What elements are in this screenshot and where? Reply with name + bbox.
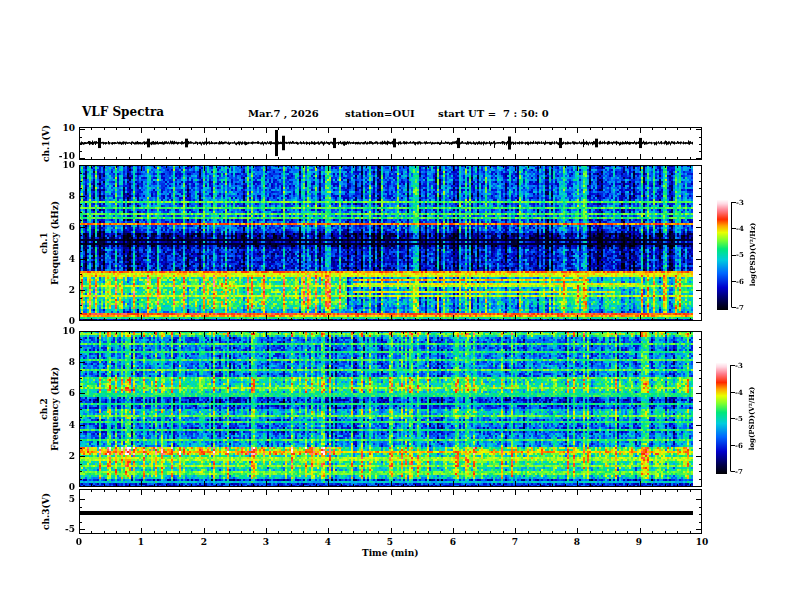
colorbar-ch2 [716, 362, 736, 474]
colorbar-tick-label: -7 [736, 303, 744, 312]
ch2-channel-label: ch.2 [39, 398, 49, 419]
x-tick-label: 9 [628, 537, 650, 547]
freq-tick-label: 0 [45, 482, 75, 492]
station-label: station=OUI [345, 108, 415, 119]
freq-tick-label: 10 [45, 326, 75, 336]
ch2-spectrogram-panel [79, 331, 702, 487]
x-tick-label: 4 [317, 537, 339, 547]
colorbar-tick-label: -7 [735, 467, 743, 476]
freq-tick-label: 0 [45, 316, 75, 326]
ch3-waveform-panel [79, 489, 702, 534]
ch1-frequency-label: Frequency (kHz) [50, 201, 60, 285]
y-tick-label: -5 [45, 524, 75, 534]
freq-tick-label: 8 [45, 357, 75, 367]
ch2-frequency-label: Frequency (kHz) [50, 367, 60, 451]
y-tick-label: 5 [45, 494, 75, 504]
y-tick-label: 10 [45, 123, 75, 133]
colorbar-ch1 [717, 199, 737, 310]
ch2-freq-axis-title: ch.2 Frequency (kHz) [39, 331, 61, 487]
ch1-waveform-panel [79, 127, 702, 160]
freq-tick-label: 4 [45, 254, 75, 264]
freq-tick-label: 6 [45, 222, 75, 232]
freq-tick-label: 8 [45, 191, 75, 201]
colorbar-tick-label: -5 [736, 250, 744, 259]
freq-tick-label: 2 [45, 285, 75, 295]
ch1-channel-label: ch.1 [39, 232, 49, 253]
ch1-spectrogram-panel [79, 165, 702, 321]
colorbar-tick-label: -6 [735, 441, 743, 450]
colorbar-tick-label: -5 [735, 414, 743, 423]
x-tick-label: 10 [691, 537, 713, 547]
colorbar-axis-title: log(PSD)(V²/Hz) [748, 210, 757, 300]
start-ut-label: start UT = 7 : 50: 0 [438, 108, 549, 119]
freq-tick-label: 4 [45, 420, 75, 430]
colorbar-tick-label: -6 [736, 277, 744, 286]
colorbar-tick-label: -3 [735, 361, 743, 370]
date-label: Mar.7 , 2026 [248, 108, 319, 119]
x-tick-label: 3 [255, 537, 277, 547]
freq-tick-label: 2 [45, 451, 75, 461]
vlf-spectra-plot: VLF Spectra Mar.7 , 2026 station=OUI sta… [0, 0, 792, 612]
x-tick-label: 7 [504, 537, 526, 547]
ch1-freq-axis-title: ch.1 Frequency (kHz) [39, 165, 61, 321]
x-tick-label: 6 [442, 537, 464, 547]
colorbar-tick-label: -4 [735, 388, 743, 397]
x-tick-label: 1 [130, 537, 152, 547]
colorbar-tick-label: -4 [736, 224, 744, 233]
x-tick-label: 8 [566, 537, 588, 547]
x-tick-label: 2 [193, 537, 215, 547]
freq-tick-label: 6 [45, 388, 75, 398]
page-title: VLF Spectra [82, 105, 164, 119]
x-tick-label: 5 [379, 537, 401, 547]
x-tick-label: 0 [68, 537, 90, 547]
colorbar-axis-title: log(PSD)(V²/Hz) [747, 374, 756, 464]
colorbar-tick-label: -3 [736, 198, 744, 207]
freq-tick-label: 10 [45, 160, 75, 170]
x-axis-title: Time (min) [362, 548, 419, 558]
